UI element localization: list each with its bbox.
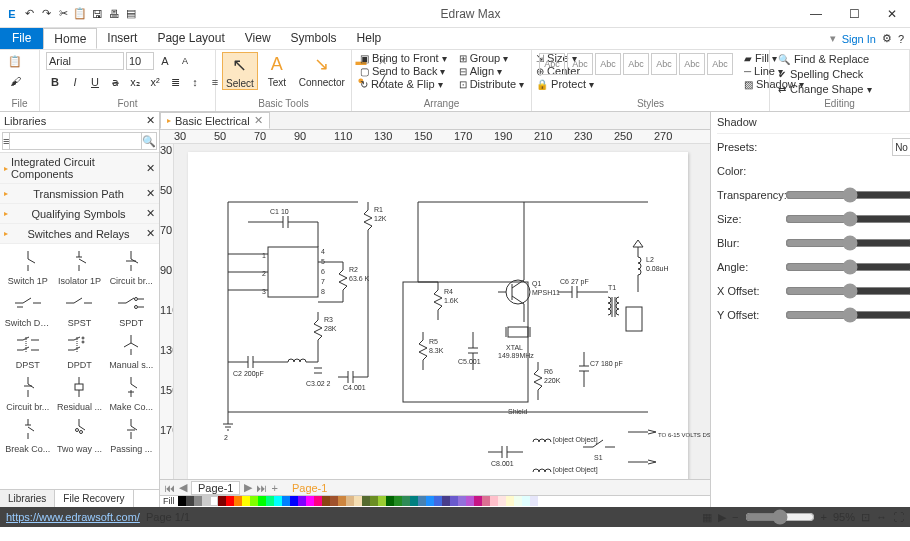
xoffset-slider[interactable] — [785, 283, 910, 299]
subscript-button[interactable]: x₂ — [126, 73, 144, 91]
presentation-icon[interactable]: ▶ — [718, 511, 726, 524]
tab-file-recovery[interactable]: File Recovery — [55, 490, 133, 507]
page-first[interactable]: ⏮ — [164, 482, 175, 494]
minimize-button[interactable]: — — [802, 3, 830, 25]
size-slider[interactable] — [785, 211, 910, 227]
shape-item[interactable]: SPST — [56, 288, 102, 328]
sign-in-link[interactable]: Sign In — [842, 33, 876, 45]
shape-item[interactable]: Passing ... — [108, 414, 154, 454]
view-mode-icon[interactable]: ▦ — [702, 511, 712, 524]
cut-icon[interactable]: ✂ — [55, 6, 71, 22]
shape-item[interactable]: DPDT — [56, 330, 102, 370]
page-tab[interactable]: Page-1 — [191, 481, 240, 495]
shape-item[interactable]: Manual s... — [108, 330, 154, 370]
style-preset[interactable]: Abc — [539, 53, 565, 75]
close-libraries-icon[interactable]: ✕ — [146, 114, 155, 127]
tab-libraries[interactable]: Libraries — [0, 490, 55, 507]
style-preset[interactable]: Abc — [707, 53, 733, 75]
tab-symbols[interactable]: Symbols — [281, 28, 347, 49]
category-ic[interactable]: Integrated Circuit Components✕ — [0, 153, 159, 184]
shrink-font-icon[interactable]: A — [176, 52, 194, 70]
format-painter-icon[interactable]: 🖌 — [6, 72, 24, 90]
fit-width-icon[interactable]: ↔ — [876, 511, 887, 523]
doc-tab-item[interactable]: Basic Electrical✕ — [160, 112, 270, 129]
page-last[interactable]: ⏭ — [256, 482, 267, 494]
library-search-input[interactable] — [9, 132, 142, 150]
font-size-select[interactable] — [126, 52, 154, 70]
undo-icon[interactable]: ↶ — [21, 6, 37, 22]
spacing-button[interactable]: ↕ — [186, 73, 204, 91]
bullets-button[interactable]: ≣ — [166, 73, 184, 91]
zoom-out-icon[interactable]: − — [732, 511, 738, 523]
tab-home[interactable]: Home — [43, 28, 97, 49]
style-preset[interactable]: Abc — [651, 53, 677, 75]
transparency-slider[interactable] — [785, 187, 910, 203]
style-preset[interactable]: Abc — [623, 53, 649, 75]
collapse-ribbon-icon[interactable]: ▾ — [830, 32, 836, 45]
rotate-flip-button[interactable]: ↻ Rotate & Flip ▾ — [358, 78, 449, 90]
shape-item[interactable]: Two way ... — [56, 414, 102, 454]
save-icon[interactable]: 🖫 — [89, 6, 105, 22]
connector-tool[interactable]: ↘Connector — [296, 52, 348, 88]
strike-button[interactable]: a̶ — [106, 73, 124, 91]
page-add[interactable]: + — [271, 482, 277, 494]
angle-slider[interactable] — [785, 259, 910, 275]
close-doc-icon[interactable]: ✕ — [254, 114, 263, 127]
file-menu[interactable]: File — [0, 28, 43, 49]
fullscreen-icon[interactable]: ⛶ — [893, 511, 904, 523]
close-button[interactable]: ✕ — [878, 3, 906, 25]
fit-page-icon[interactable]: ⊡ — [861, 511, 870, 524]
distribute-button[interactable]: ⊡ Distribute ▾ — [457, 78, 526, 90]
shape-item[interactable]: Circuit br... — [5, 372, 51, 412]
style-preset[interactable]: Abc — [595, 53, 621, 75]
library-menu-icon[interactable]: ≡ — [2, 132, 9, 150]
tab-view[interactable]: View — [235, 28, 281, 49]
tab-page-layout[interactable]: Page Layout — [147, 28, 234, 49]
grow-font-icon[interactable]: A — [156, 52, 174, 70]
spell-check-button[interactable]: ✔ Spelling Check — [776, 67, 874, 81]
category-qualifying[interactable]: Qualifying Symbols✕ — [0, 204, 159, 224]
blur-slider[interactable] — [785, 235, 910, 251]
underline-button[interactable]: U — [86, 73, 104, 91]
bold-button[interactable]: B — [46, 73, 64, 91]
shape-item[interactable]: Break Co... — [5, 414, 51, 454]
shape-item[interactable]: Switch Dis... — [5, 288, 51, 328]
style-preset[interactable]: Abc — [679, 53, 705, 75]
superscript-button[interactable]: x² — [146, 73, 164, 91]
page-prev[interactable]: ◀ — [179, 481, 187, 494]
bring-front-button[interactable]: ▣ Bring to Front ▾ — [358, 52, 449, 64]
presets-select[interactable]: No Shadow — [892, 138, 910, 156]
category-switches[interactable]: Switches and Relays✕ — [0, 224, 159, 244]
shape-item[interactable]: Switch 1P — [5, 246, 51, 286]
yoffset-slider[interactable] — [785, 307, 910, 323]
paste-icon[interactable]: 📋 — [6, 52, 24, 70]
font-name-select[interactable] — [46, 52, 124, 70]
shape-item[interactable]: Isolator 1P — [56, 246, 102, 286]
style-preset[interactable]: Abc — [567, 53, 593, 75]
change-shape-button[interactable]: ⇄ Change Shape ▾ — [776, 82, 874, 96]
text-tool[interactable]: AText — [262, 52, 292, 88]
zoom-slider[interactable] — [745, 509, 815, 525]
more-icon[interactable]: ▤ — [123, 6, 139, 22]
italic-button[interactable]: I — [66, 73, 84, 91]
style-gallery[interactable]: Abc Abc Abc Abc Abc Abc Abc — [538, 52, 734, 76]
shape-item[interactable]: Residual ... — [56, 372, 102, 412]
maximize-button[interactable]: ☐ — [840, 3, 868, 25]
category-transmission[interactable]: Transmission Path✕ — [0, 184, 159, 204]
help-icon[interactable]: ? — [898, 33, 904, 45]
shape-item[interactable]: Make Co... — [108, 372, 154, 412]
group-button[interactable]: ⊞ Group ▾ — [457, 52, 526, 64]
send-back-button[interactable]: ▢ Send to Back ▾ — [358, 65, 449, 77]
color-bar[interactable]: Fill — [160, 495, 710, 507]
zoom-in-icon[interactable]: + — [821, 511, 827, 523]
status-url[interactable]: https://www.edrawsoft.com/ — [6, 511, 140, 523]
redo-icon[interactable]: ↷ — [38, 6, 54, 22]
settings-icon[interactable]: ⚙ — [882, 32, 892, 45]
shape-item[interactable]: DPST — [5, 330, 51, 370]
search-icon[interactable]: 🔍 — [142, 132, 157, 150]
select-tool[interactable]: ↖Select — [222, 52, 258, 90]
print-icon[interactable]: 🖶 — [106, 6, 122, 22]
tab-insert[interactable]: Insert — [97, 28, 147, 49]
drawing-canvas[interactable]: 2 C1 10 123 45678 R112K — [174, 144, 710, 479]
page-next[interactable]: ▶ — [244, 481, 252, 494]
